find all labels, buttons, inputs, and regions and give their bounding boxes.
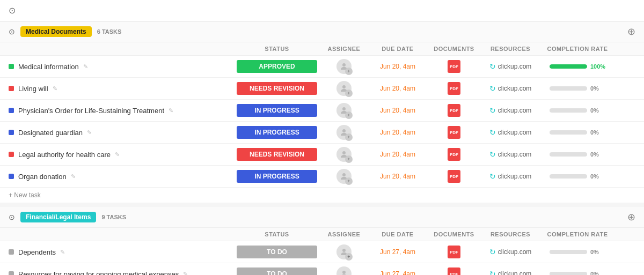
- status-badge[interactable]: NEEDS REVISION: [237, 82, 317, 95]
- col-documents: DOCUMENTS: [427, 46, 481, 52]
- col-resources: RESOURCES: [481, 46, 540, 52]
- avatar[interactable]: +: [336, 59, 352, 74]
- assignee-cell: +: [320, 81, 368, 96]
- col-assignee: ASSIGNEE: [320, 231, 368, 237]
- edit-icon[interactable]: ✎: [83, 63, 88, 70]
- col-completion: COMPLETION RATE: [540, 231, 615, 237]
- edit-icon[interactable]: ✎: [60, 249, 65, 256]
- svg-point-2: [342, 107, 346, 110]
- status-cell[interactable]: NEEDS REVISION: [234, 82, 320, 95]
- table-row: Living will ✎ NEEDS REVISION + Jun 20, 4…: [0, 78, 644, 100]
- progress-text: 0%: [590, 107, 605, 114]
- group-tag-medical[interactable]: Medical Documents: [20, 26, 92, 37]
- sync-icon[interactable]: ↻: [489, 128, 496, 137]
- task-color-dot: [9, 152, 14, 157]
- sync-icon[interactable]: ↻: [489, 270, 496, 275]
- assign-plus-icon[interactable]: +: [345, 90, 353, 97]
- status-badge[interactable]: IN PROGRESS: [237, 170, 317, 183]
- sync-icon[interactable]: ↻: [489, 106, 496, 115]
- pdf-icon[interactable]: PDF: [448, 246, 460, 258]
- status-badge[interactable]: TO DO: [237, 246, 317, 258]
- resource-link[interactable]: clickup.com: [498, 270, 532, 275]
- status-badge[interactable]: NEEDS REVISION: [237, 148, 317, 161]
- group-chevron-medical[interactable]: ⊙: [9, 27, 15, 36]
- group-header-medical: ⊙ Medical Documents 6 TASKS ⊕: [0, 21, 644, 42]
- status-cell[interactable]: IN PROGRESS: [234, 126, 320, 139]
- documents-cell: PDF: [427, 126, 481, 139]
- status-cell[interactable]: IN PROGRESS: [234, 104, 320, 117]
- new-task-header-button[interactable]: [28, 9, 35, 12]
- main-content: ⊙ Medical Documents 6 TASKS ⊕ STATUS ASS…: [0, 21, 644, 275]
- edit-icon[interactable]: ✎: [71, 173, 76, 180]
- sync-icon[interactable]: ↻: [489, 172, 496, 181]
- edit-icon[interactable]: ✎: [169, 107, 173, 114]
- avatar[interactable]: +: [336, 81, 352, 96]
- avatar[interactable]: +: [336, 125, 352, 140]
- avatar[interactable]: +: [336, 244, 352, 259]
- status-cell[interactable]: NEEDS REVISION: [234, 148, 320, 161]
- task-name-cell: Designated guardian ✎: [9, 129, 234, 137]
- pdf-icon[interactable]: PDF: [448, 104, 460, 117]
- avatar[interactable]: +: [336, 103, 352, 118]
- pdf-icon[interactable]: PDF: [448, 170, 460, 183]
- pdf-icon[interactable]: PDF: [448, 267, 460, 275]
- resource-link[interactable]: clickup.com: [498, 173, 532, 180]
- edit-icon[interactable]: ✎: [53, 85, 57, 92]
- table-row: Legal authority for health care ✎ NEEDS …: [0, 144, 644, 166]
- pdf-icon[interactable]: PDF: [448, 60, 460, 73]
- status-cell[interactable]: IN PROGRESS: [234, 170, 320, 183]
- assign-plus-icon[interactable]: +: [345, 68, 353, 75]
- svg-point-3: [342, 129, 346, 132]
- resource-link[interactable]: clickup.com: [498, 63, 532, 70]
- resource-link[interactable]: clickup.com: [498, 129, 532, 136]
- resource-link[interactable]: clickup.com: [498, 248, 532, 256]
- completion-cell: 0%: [540, 271, 615, 275]
- resource-link[interactable]: clickup.com: [498, 107, 532, 114]
- status-badge[interactable]: IN PROGRESS: [237, 126, 317, 139]
- status-cell[interactable]: TO DO: [234, 267, 320, 275]
- edit-icon[interactable]: ✎: [183, 271, 188, 276]
- sync-icon[interactable]: ↻: [489, 150, 496, 159]
- resource-link[interactable]: clickup.com: [498, 85, 532, 92]
- pdf-icon[interactable]: PDF: [448, 148, 460, 161]
- sync-icon[interactable]: ↻: [489, 84, 496, 93]
- col-documents: DOCUMENTS: [427, 231, 481, 237]
- group-tag-financial[interactable]: Financial/Legal Items: [20, 212, 96, 222]
- group-chevron-financial[interactable]: ⊙: [9, 213, 15, 221]
- resources-cell: ↻ clickup.com: [481, 150, 540, 159]
- status-cell[interactable]: TO DO: [234, 246, 320, 258]
- assign-plus-icon[interactable]: +: [345, 177, 353, 185]
- sync-icon[interactable]: ↻: [489, 62, 496, 71]
- due-date-text: Jun 27, 4am: [380, 248, 415, 256]
- resources-cell: ↻ clickup.com: [481, 248, 540, 256]
- assign-plus-icon[interactable]: +: [345, 253, 353, 261]
- assign-plus-icon[interactable]: +: [345, 133, 353, 141]
- resource-link[interactable]: clickup.com: [498, 151, 532, 158]
- svg-point-1: [342, 85, 346, 88]
- completion-cell: 0%: [540, 85, 615, 92]
- sync-icon[interactable]: ↻: [489, 248, 496, 256]
- assign-plus-icon[interactable]: +: [345, 155, 353, 163]
- progress-bar: [550, 108, 587, 113]
- due-date-cell: Jun 20, 4am: [368, 107, 427, 114]
- task-color-dot: [9, 174, 14, 179]
- avatar[interactable]: +: [336, 266, 352, 275]
- pdf-icon[interactable]: PDF: [448, 82, 460, 95]
- documents-cell: PDF: [427, 246, 481, 258]
- status-badge[interactable]: TO DO: [237, 267, 317, 275]
- avatar[interactable]: +: [336, 169, 352, 184]
- avatar[interactable]: +: [336, 147, 352, 162]
- status-badge[interactable]: IN PROGRESS: [237, 104, 317, 117]
- completion-cell: 100%: [540, 63, 615, 70]
- progress-text: 0%: [590, 249, 605, 255]
- group-add-button-financial[interactable]: ⊕: [627, 211, 635, 223]
- new-task-row-medical[interactable]: + New task: [0, 188, 644, 203]
- status-cell[interactable]: APPROVED: [234, 60, 320, 73]
- assign-plus-icon[interactable]: +: [345, 112, 353, 119]
- status-badge[interactable]: APPROVED: [237, 60, 317, 73]
- edit-icon[interactable]: ✎: [115, 151, 120, 158]
- progress-text: 0%: [590, 151, 605, 158]
- group-add-button-medical[interactable]: ⊕: [627, 26, 635, 38]
- pdf-icon[interactable]: PDF: [448, 126, 460, 139]
- edit-icon[interactable]: ✎: [87, 129, 92, 136]
